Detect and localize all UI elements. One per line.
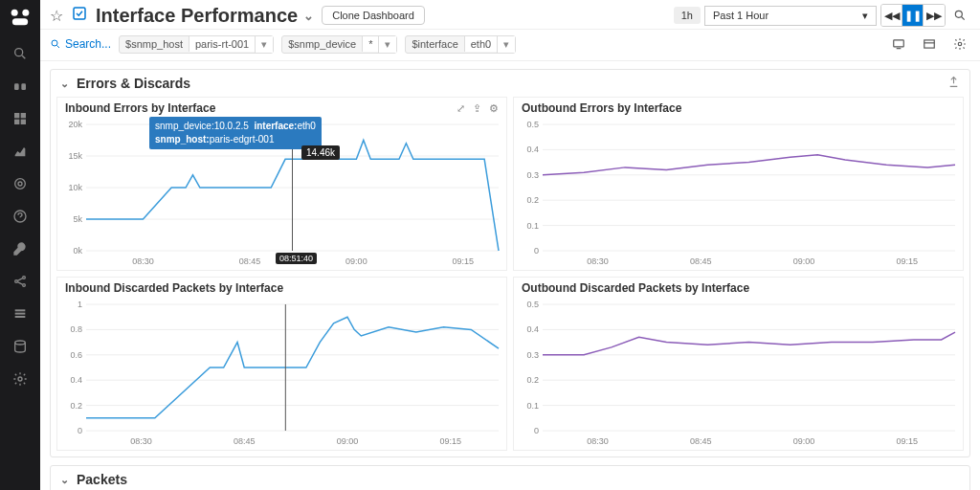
favorite-star-icon[interactable]: ☆	[50, 7, 63, 25]
svg-rect-29	[894, 40, 904, 47]
panel-title: Outbound Discarded Packets by Interface	[522, 281, 749, 295]
search-link[interactable]: Search...	[50, 37, 111, 51]
svg-rect-20	[15, 313, 26, 315]
chart-tooltip-value: 14.46k	[301, 145, 340, 160]
svg-text:09:00: 09:00	[337, 436, 359, 446]
svg-point-14	[15, 280, 18, 283]
filter-pill-device[interactable]: $snmp_device * ▾	[281, 35, 397, 54]
section-errors-discards: ⌄ Errors & Discards Inbound Errors by In…	[50, 69, 970, 457]
pause-button[interactable]: ❚❚	[902, 5, 924, 26]
search-button[interactable]	[949, 5, 970, 26]
svg-point-0	[11, 10, 18, 16]
svg-text:0.4: 0.4	[526, 324, 539, 334]
section-header[interactable]: ⌄ Packets	[51, 466, 969, 490]
svg-rect-7	[14, 113, 19, 118]
clone-dashboard-button[interactable]: Clone Dashboard	[322, 6, 425, 25]
svg-text:09:00: 09:00	[793, 436, 815, 446]
chevron-down-icon: ▾	[862, 10, 868, 22]
settings-gear-icon[interactable]	[11, 369, 30, 389]
svg-text:0.8: 0.8	[70, 324, 82, 334]
db-icon[interactable]	[11, 337, 30, 356]
chevron-down-icon: ⌄	[303, 9, 314, 23]
svg-text:0.4: 0.4	[70, 375, 82, 385]
chart-inbound-errors[interactable]: 0k5k10k15k20k08:3008:4509:0009:15 snmp_d…	[57, 117, 506, 270]
playback-controls: ◀◀ ❚❚ ▶▶	[880, 4, 946, 27]
chevron-down-icon[interactable]: ▾	[255, 36, 273, 53]
svg-text:0.5: 0.5	[526, 300, 539, 309]
layout-icon[interactable]	[919, 33, 940, 55]
svg-text:09:15: 09:15	[896, 256, 918, 266]
dashboard-icon[interactable]	[11, 109, 30, 128]
app-logo[interactable]	[7, 4, 33, 31]
svg-text:0: 0	[534, 246, 539, 256]
insights-icon[interactable]	[11, 142, 30, 161]
help-icon[interactable]	[11, 207, 30, 226]
time-range-select[interactable]: Past 1 Hour ▾	[704, 6, 877, 26]
search-icon[interactable]	[11, 44, 30, 63]
forward-button[interactable]: ▶▶	[924, 5, 945, 26]
export-icon[interactable]: ⇪	[473, 102, 481, 115]
fullscreen-icon[interactable]: ⤢	[457, 102, 465, 115]
time-range-chip[interactable]: 1h	[674, 7, 701, 24]
svg-text:0.6: 0.6	[70, 350, 82, 360]
wrench-icon[interactable]	[11, 239, 30, 258]
svg-text:0k: 0k	[73, 246, 82, 256]
panel-title: Inbound Discarded Packets by Interface	[65, 281, 283, 295]
content-scroll[interactable]: ⌄ Errors & Discards Inbound Errors by In…	[40, 61, 980, 490]
svg-point-22	[15, 341, 26, 345]
svg-text:20k: 20k	[68, 120, 82, 129]
svg-text:0.2: 0.2	[70, 401, 82, 411]
export-icon[interactable]	[947, 76, 960, 91]
search-link-label: Search...	[65, 37, 111, 51]
filter-pill-host[interactable]: $snmp_host paris-rt-001 ▾	[119, 35, 274, 54]
svg-text:0.1: 0.1	[526, 401, 539, 411]
svg-text:08:30: 08:30	[132, 256, 154, 266]
svg-text:0: 0	[78, 426, 82, 435]
svg-point-1	[22, 10, 29, 16]
svg-rect-8	[21, 113, 26, 118]
svg-point-11	[15, 179, 26, 189]
filter-pill-interface[interactable]: $interface eth0 ▾	[405, 35, 516, 54]
rewind-button[interactable]: ◀◀	[881, 5, 902, 26]
chart-outbound-discards[interactable]: 00.10.20.30.40.508:3008:4509:0009:15	[514, 297, 963, 450]
share-icon[interactable]	[11, 272, 30, 291]
svg-text:0.2: 0.2	[526, 375, 539, 385]
chart-outbound-errors[interactable]: 00.10.20.30.40.508:3008:4509:0009:15	[514, 117, 963, 270]
filterbar: Search... $snmp_host paris-rt-001 ▾ $snm…	[40, 30, 980, 61]
target-icon[interactable]	[11, 174, 30, 193]
svg-text:09:15: 09:15	[453, 256, 475, 266]
section-title: Errors & Discards	[77, 76, 190, 91]
svg-point-33	[958, 42, 962, 46]
svg-line-17	[17, 278, 22, 281]
svg-text:08:45: 08:45	[239, 256, 261, 266]
svg-text:15k: 15k	[68, 151, 82, 161]
svg-text:0.3: 0.3	[526, 350, 539, 360]
chevron-down-icon[interactable]: ▾	[497, 36, 515, 53]
chart-inbound-discards[interactable]: 00.20.40.60.8108:3008:4509:0009:15	[57, 297, 506, 450]
svg-text:08:45: 08:45	[690, 256, 712, 266]
chart-tooltip-time: 08:51:40	[276, 253, 317, 264]
binoculars-icon[interactable]	[11, 77, 30, 96]
filter-value: *	[362, 36, 378, 52]
svg-rect-6	[21, 83, 26, 90]
svg-line-18	[17, 282, 22, 285]
chevron-down-icon[interactable]: ▾	[378, 36, 396, 53]
svg-text:0.2: 0.2	[526, 195, 539, 205]
stack-icon[interactable]	[11, 304, 30, 323]
svg-text:09:00: 09:00	[793, 256, 815, 266]
svg-rect-9	[14, 120, 19, 124]
svg-point-15	[23, 277, 26, 279]
svg-point-3	[15, 49, 23, 56]
svg-point-16	[23, 284, 26, 287]
svg-rect-2	[12, 18, 28, 25]
gear-icon[interactable]	[949, 33, 970, 55]
tv-mode-icon[interactable]	[888, 33, 909, 55]
chevron-down-icon: ⌄	[60, 78, 69, 90]
svg-text:0.4: 0.4	[526, 145, 539, 154]
svg-text:08:45: 08:45	[690, 436, 712, 446]
dashboard-title[interactable]: Interface Performance ⌄	[96, 5, 314, 27]
section-header[interactable]: ⌄ Errors & Discards	[51, 70, 969, 97]
panel-outbound-discards: Outbound Discarded Packets by Interface …	[513, 277, 964, 451]
gear-icon[interactable]: ⚙	[489, 102, 499, 115]
svg-text:1: 1	[78, 300, 82, 309]
